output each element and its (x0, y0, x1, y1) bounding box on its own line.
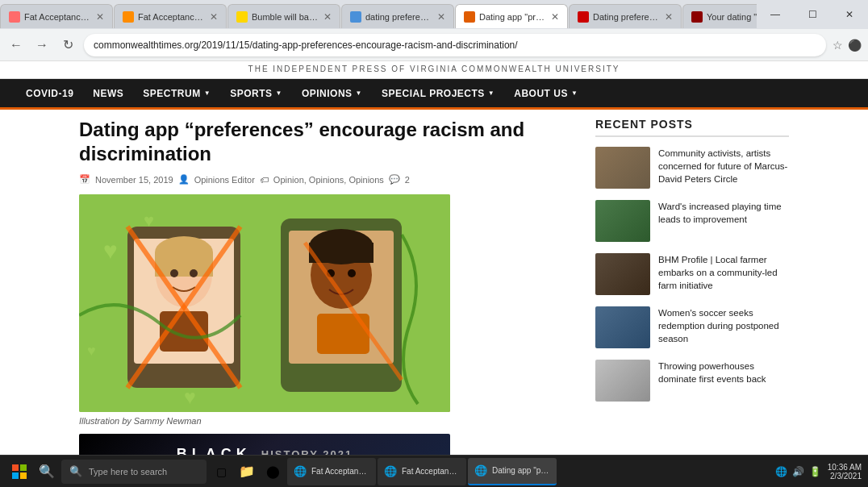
sidebar: RECENT POSTS Community activists, artist… (595, 118, 789, 455)
browser-frame: Fat Acceptance Move...✕Fat Acceptance Mo… (0, 0, 868, 487)
sys-icons: 🌐 🔊 🔋 (775, 466, 821, 477)
browser-tab-tab3[interactable]: Bumble will ban users...✕ (227, 4, 340, 28)
svg-point-11 (190, 269, 198, 277)
nav-item-sports[interactable]: SPORTS ▼ (220, 78, 292, 109)
close-button[interactable]: ✕ (831, 0, 868, 29)
tab-bar: Fat Acceptance Move...✕Fat Acceptance Mo… (0, 0, 868, 29)
chevron-down-icon: ▼ (275, 89, 282, 97)
page-content: THE INDEPENDENT PRESS OF VIRGINIA COMMON… (0, 61, 868, 455)
author-icon: 👤 (178, 174, 190, 185)
reload-button[interactable]: ↻ (58, 35, 77, 55)
task-view-icon[interactable]: ▢ (210, 460, 232, 483)
volume-icon: 🔊 (792, 466, 804, 477)
article-author: Opinions Editor (194, 175, 255, 185)
black-history-banner: BLACK HISTORY 2021 (79, 434, 450, 455)
address-bar: ← → ↻ ☆ ⚫ (0, 29, 868, 61)
recent-posts-title: RECENT POSTS (595, 118, 789, 137)
site-nav: COVID-19NEWSSPECTRUM ▼SPORTS ▼OPINIONS ▼… (0, 79, 868, 110)
taskbar-search-placeholder: Type here to search (89, 467, 167, 477)
article-meta: 📅 November 15, 2019 👤 Opinions Editor 🏷 … (79, 174, 571, 185)
recent-post-text: Community activists, artists concerned f… (658, 147, 789, 189)
back-button[interactable]: ← (6, 35, 26, 55)
browser-tab-tab7[interactable]: Your dating "preferen...✕ (682, 4, 757, 28)
chevron-down-icon: ▼ (571, 89, 578, 97)
article-comments: 2 (405, 175, 410, 185)
recent-post-thumbnail (595, 306, 650, 348)
svg-text:♥: ♥ (87, 343, 96, 359)
start-button[interactable] (6, 459, 32, 485)
recent-posts-list: Community activists, artists concerned f… (595, 147, 789, 402)
chevron-down-icon: ▼ (356, 89, 362, 97)
article-section: Dating app “preferences” encourage racis… (79, 118, 571, 455)
taskbar-app-button[interactable]: 🌐Fat Acceptance Move... (378, 458, 466, 485)
nav-item-about-us[interactable]: ABOUT US ▼ (504, 78, 587, 109)
article-illustration: ♥ ♥ ♥ ♥ (79, 194, 450, 412)
search-icon: 🔍 (69, 465, 82, 477)
browser-tab-tab1[interactable]: Fat Acceptance Move...✕ (0, 4, 113, 28)
recent-post-text: Women's soccer seeks redemption during p… (658, 306, 789, 348)
recent-post-item[interactable]: BHM Profile | Local farmer embarks on a … (595, 253, 789, 295)
article-categories: Opinion, Opinions, Opinions (273, 175, 384, 185)
nav-item-special-projects[interactable]: SPECIAL PROJECTS ▼ (372, 78, 504, 109)
tag-icon: 🏷 (260, 175, 269, 185)
file-explorer-icon[interactable]: 📁 (236, 460, 258, 483)
article-image: ♥ ♥ ♥ ♥ (79, 194, 450, 412)
recent-post-item[interactable]: Ward's increased playing time leads to i… (595, 200, 789, 242)
calendar-icon: 📅 (79, 174, 90, 185)
main-layout: Dating app “preferences” encourage racis… (63, 110, 805, 455)
article-date: November 15, 2019 (95, 175, 173, 185)
svg-rect-27 (20, 472, 27, 479)
recent-post-text: Ward's increased playing time leads to i… (658, 200, 789, 242)
svg-rect-26 (12, 472, 19, 479)
svg-point-10 (170, 269, 178, 277)
recent-post-thumbnail (595, 147, 650, 189)
svg-text:♥: ♥ (103, 237, 118, 264)
taskbar-app-button[interactable]: 🌐Fat Acceptance Move... (287, 458, 376, 485)
browser-tab-tab6[interactable]: Dating preferences di...✕ (569, 4, 682, 28)
svg-point-21 (348, 269, 356, 277)
taskbar-app-button[interactable]: 🌐Dating app "prefer... (468, 458, 557, 485)
svg-rect-25 (20, 464, 27, 471)
recent-post-thumbnail (595, 360, 650, 402)
svg-rect-9 (155, 252, 213, 277)
browser-tab-tab2[interactable]: Fat Acceptance Move...✕ (114, 4, 227, 28)
taskbar: 🔍 🔍 Type here to search ▢ 📁 ⬤ 🌐Fat Accep… (0, 455, 868, 487)
recent-post-text: Throwing powerhouses dominate first even… (658, 360, 789, 402)
taskbar-search[interactable]: 🔍 Type here to search (61, 460, 207, 484)
profile-icon[interactable]: ⚫ (848, 39, 862, 52)
address-input[interactable] (84, 34, 826, 56)
illustration-caption: Illustration by Sammy Newman (79, 416, 571, 426)
chrome-icon[interactable]: ⬤ (261, 460, 284, 483)
comment-icon: 💬 (389, 174, 400, 185)
taskbar-right: 🌐 🔊 🔋 10:36 AM 2/3/2021 (775, 463, 862, 481)
site-tagline: THE INDEPENDENT PRESS OF VIRGINIA COMMON… (0, 61, 868, 79)
chevron-down-icon: ▼ (488, 89, 495, 97)
browser-tab-tab4[interactable]: dating preferences di...✕ (341, 4, 454, 28)
svg-rect-24 (12, 464, 19, 471)
chevron-down-icon: ▼ (204, 89, 211, 97)
browser-tab-tab5[interactable]: Dating app "preferenc...✕ (455, 4, 568, 28)
nav-item-news[interactable]: NEWS (83, 78, 133, 109)
recent-post-text: BHM Profile | Local farmer embarks on a … (658, 253, 789, 295)
recent-post-item[interactable]: Community activists, artists concerned f… (595, 147, 789, 189)
nav-item-covid-19[interactable]: COVID-19 (16, 78, 83, 109)
bookmark-icon[interactable]: ☆ (833, 39, 843, 52)
search-taskbar-icon[interactable]: 🔍 (35, 460, 58, 483)
taskbar-time: 10:36 AM 2/3/2021 (828, 463, 862, 481)
minimize-button[interactable]: — (757, 0, 794, 29)
nav-item-spectrum[interactable]: SPECTRUM ▼ (133, 78, 220, 109)
recent-post-thumbnail (595, 253, 650, 295)
network-icon: 🌐 (775, 466, 787, 477)
recent-post-item[interactable]: Throwing powerhouses dominate first even… (595, 360, 789, 402)
time-display: 10:36 AM (828, 463, 862, 472)
recent-post-thumbnail (595, 200, 650, 242)
date-display: 2/3/2021 (830, 472, 862, 481)
nav-item-opinions[interactable]: OPINIONS ▼ (292, 78, 372, 109)
battery-icon: 🔋 (809, 466, 821, 477)
article-title: Dating app “preferences” encourage racis… (79, 118, 571, 166)
svg-text:♥: ♥ (184, 385, 196, 408)
recent-post-item[interactable]: Women's soccer seeks redemption during p… (595, 306, 789, 348)
window-controls: — ☐ ✕ (757, 0, 868, 29)
forward-button[interactable]: → (32, 35, 52, 55)
maximize-button[interactable]: ☐ (794, 0, 831, 29)
